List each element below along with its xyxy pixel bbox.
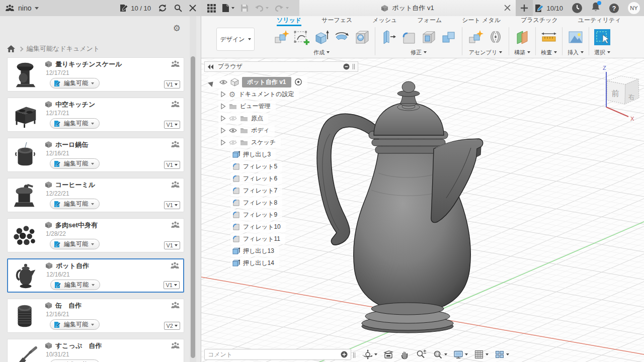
shell-button[interactable] <box>419 27 438 48</box>
document-card[interactable]: 缶 自作 12/16/21 編集可能 V2 <box>7 299 184 333</box>
timeline-feature[interactable]: 押し出し13 <box>230 246 279 256</box>
orbit-button[interactable] <box>361 348 379 360</box>
revolve-button[interactable] <box>332 27 351 48</box>
fillet-button[interactable] <box>399 27 418 48</box>
add-comment-icon[interactable] <box>341 351 348 358</box>
new-tab-button[interactable] <box>516 0 533 16</box>
pan-button[interactable] <box>398 348 411 360</box>
comment-bar[interactable]: コメント <box>204 349 351 360</box>
timeline-feature[interactable]: 押し出し3 <box>230 149 276 160</box>
expand-arrow-icon[interactable] <box>220 139 226 146</box>
expand-arrow-icon[interactable] <box>220 103 226 110</box>
timeline-feature[interactable]: 押し出し14 <box>230 258 279 268</box>
app-grid-icon[interactable] <box>207 4 216 13</box>
drag-handle[interactable] <box>353 64 355 69</box>
expand-arrow-icon[interactable] <box>220 91 226 98</box>
zoom-button[interactable] <box>414 348 428 360</box>
edit-status-button[interactable]: 編集可能 <box>50 239 100 249</box>
document-card[interactable]: 量りキッチンスケール 12/17/21 編集可能 V1 <box>7 57 184 92</box>
help-icon[interactable]: ? <box>609 3 619 14</box>
ribbon-tab[interactable]: ユーティリティ <box>578 16 621 26</box>
version-selector[interactable]: V1 <box>164 121 180 129</box>
edit-status-button[interactable]: 編集可能 <box>50 118 100 129</box>
ribbon-tab[interactable]: プラスチック <box>521 16 558 26</box>
activate-component-icon[interactable] <box>294 78 302 86</box>
expand-arrow-icon[interactable] <box>220 115 226 122</box>
home-icon[interactable] <box>7 45 15 52</box>
collapse-panel-icon[interactable] <box>208 64 214 69</box>
browser-header[interactable]: ブラウザ <box>204 61 358 72</box>
edit-status-button[interactable]: 編集可能 <box>50 319 100 330</box>
display-settings-button[interactable] <box>452 348 469 360</box>
inspect-menu[interactable]: 検査 <box>541 48 557 56</box>
edit-status-button[interactable]: 編集可能 <box>50 359 100 362</box>
ribbon-tab[interactable]: メッシュ <box>372 16 397 26</box>
modify-menu[interactable]: 修正 <box>411 48 427 56</box>
select-button[interactable] <box>593 27 612 48</box>
document-card[interactable]: 多肉set中身有 1/28/22 編集可能 V1 <box>7 218 184 252</box>
ribbon-tab[interactable]: ソリッド <box>277 16 301 26</box>
hole-button[interactable] <box>352 27 371 48</box>
file-menu[interactable] <box>222 4 234 13</box>
combine-button[interactable] <box>439 27 458 48</box>
insert-menu[interactable]: 挿入 <box>568 48 584 56</box>
select-menu[interactable]: 選択 <box>594 48 610 56</box>
measure-button[interactable] <box>539 27 558 48</box>
panel-scrollbar[interactable] <box>190 16 196 362</box>
edit-status-button[interactable]: 編集可能 <box>50 199 100 209</box>
close-icon[interactable] <box>189 5 196 12</box>
visibility-off-icon[interactable] <box>229 116 237 121</box>
document-card[interactable]: コーヒーミル 12/22/21 編集可能 V1 <box>7 178 184 212</box>
version-selector[interactable]: V1 <box>164 281 180 289</box>
timeline-feature[interactable]: フィレット6 <box>230 173 282 184</box>
job-status-icon[interactable] <box>572 3 583 14</box>
drag-handle[interactable] <box>353 352 355 358</box>
scrollbar-thumb[interactable] <box>191 56 195 358</box>
browser-node[interactable]: 原点 <box>218 113 268 124</box>
minimize-icon[interactable] <box>343 63 350 70</box>
avatar[interactable]: NY <box>628 2 640 14</box>
account-switcher[interactable]: nino <box>5 4 39 12</box>
close-tab-icon[interactable] <box>504 5 511 11</box>
edit-status-button[interactable]: 編集可能 <box>50 280 100 290</box>
notifications-button[interactable] <box>591 2 600 14</box>
browser-node[interactable]: スケッチ <box>218 137 281 148</box>
browser-node[interactable]: ⚙ ドキュメントの設定 <box>218 89 299 100</box>
search-icon[interactable] <box>174 4 182 12</box>
document-card[interactable]: すこっぷ 自作 10/31/21 編集可能 V1 <box>7 339 184 362</box>
timeline-feature[interactable]: フィレット9 <box>230 210 282 220</box>
ribbon-tab[interactable]: フォーム <box>417 16 442 26</box>
version-selector[interactable]: V1 <box>164 161 180 169</box>
viewport-canvas[interactable]: ブラウザ > ポット自作 v1 ⚙ ドキュメントの設定 ビュー管理 原点 > ボ… <box>201 58 644 362</box>
create-sketch-button[interactable] <box>292 27 311 48</box>
undo-menu[interactable] <box>255 5 269 12</box>
browser-node[interactable]: ビュー管理 <box>218 101 276 112</box>
browser-node[interactable]: > ボディ <box>218 125 275 136</box>
refresh-icon[interactable] <box>158 4 167 12</box>
timeline-feature[interactable]: フィレット5 <box>230 161 282 172</box>
grid-settings-button[interactable] <box>472 348 490 360</box>
timeline-feature[interactable]: フィレット7 <box>230 186 282 196</box>
viewports-button[interactable] <box>493 348 511 360</box>
assembly-new-component-button[interactable] <box>466 27 485 48</box>
fit-button[interactable] <box>431 348 449 360</box>
document-card[interactable]: ホーロ鍋缶 12/16/21 編集可能 V1 <box>7 138 184 172</box>
version-selector[interactable]: V1 <box>164 80 180 88</box>
construct-plane-button[interactable] <box>513 27 532 48</box>
edit-status-button[interactable]: 編集可能 <box>50 78 100 88</box>
timeline-feature[interactable]: フィレット10 <box>230 222 286 232</box>
create-menu[interactable]: 作成 <box>313 48 330 56</box>
expand-arrow-icon[interactable] <box>220 127 226 134</box>
view-cube[interactable]: 前 右 Z X <box>596 61 644 124</box>
save-icon[interactable] <box>240 4 249 12</box>
new-component-button[interactable] <box>272 27 291 48</box>
construct-menu[interactable]: 構築 <box>514 48 530 56</box>
visibility-off-icon[interactable] <box>229 140 237 145</box>
ribbon-tab[interactable]: サーフェス <box>321 16 352 26</box>
document-card[interactable]: ポット自作 12/16/21 編集可能 V1 <box>7 258 184 293</box>
edit-status-button[interactable]: 編集可能 <box>50 158 100 169</box>
redo-menu[interactable] <box>275 5 289 12</box>
look-at-button[interactable] <box>382 348 395 360</box>
browser-root-node[interactable]: > ポット自作 v1 <box>208 76 307 88</box>
version-selector[interactable]: V1 <box>164 201 180 209</box>
